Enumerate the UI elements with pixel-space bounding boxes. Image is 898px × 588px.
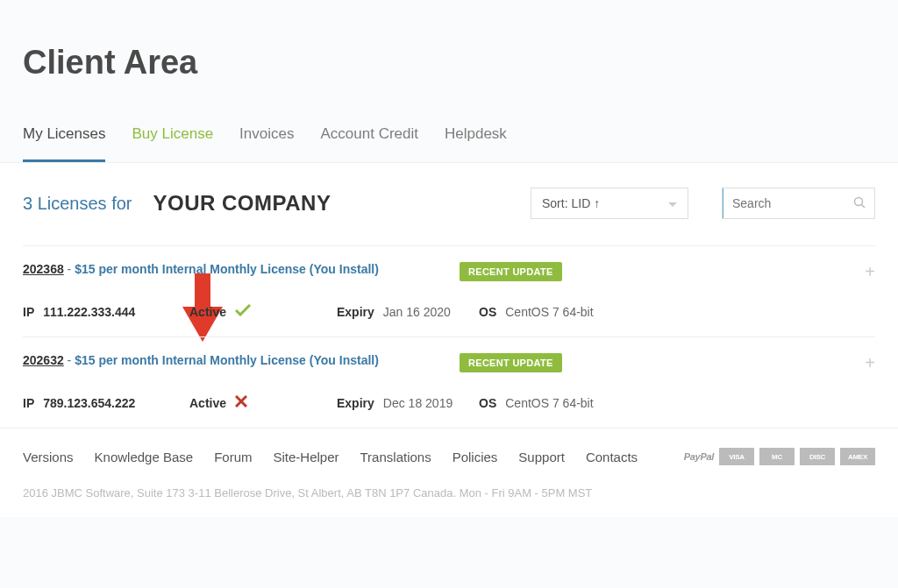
active-label: Active <box>189 396 226 410</box>
license-id-link[interactable]: 202368 <box>23 262 64 276</box>
expiry-label: Expiry <box>337 305 374 319</box>
license-price: $15 <box>75 262 95 276</box>
license-details: IP 111.222.333.444 Active Expiry Jan 16 … <box>23 304 875 319</box>
main-content: 3 Licenses for YOUR COMPANY Sort: LID ↑ … <box>0 162 898 517</box>
status-badge: RECENT UPDATE <box>460 262 562 281</box>
paypal-icon: PayPal <box>684 448 714 465</box>
license-list: 202368 - $15 per month Internal Monthly … <box>0 245 898 428</box>
x-icon <box>235 395 247 410</box>
footer-link-policies[interactable]: Policies <box>453 450 498 464</box>
license-details: IP 789.123.654.222 Active Expiry Dec 18 … <box>23 395 875 410</box>
ip-value: 111.222.333.444 <box>43 305 135 319</box>
tab-helpdesk[interactable]: Helpdesk <box>445 125 507 162</box>
ip-value: 789.123.654.222 <box>43 396 135 410</box>
footer-link-site-helper[interactable]: Site-Helper <box>273 450 339 464</box>
ip-label: IP <box>23 305 34 319</box>
license-header: 202632 - $15 per month Internal Monthly … <box>23 353 875 372</box>
license-title: 202368 - $15 per month Internal Monthly … <box>23 262 453 276</box>
footer-link-contacts[interactable]: Contacts <box>586 450 638 464</box>
discover-icon: DISC <box>800 448 835 465</box>
license-price: $15 <box>75 353 95 367</box>
sort-label: Sort: LID ↑ <box>542 196 600 210</box>
os-label: OS <box>479 305 496 319</box>
tab-my-licenses[interactable]: My Licenses <box>23 125 105 162</box>
copyright: 2016 JBMC Software, Suite 173 3-11 Belle… <box>0 474 898 517</box>
footer-link-kb[interactable]: Knowledge Base <box>95 450 194 464</box>
visa-icon: VISA <box>719 448 754 465</box>
page-header: Client Area My Licenses Buy License Invo… <box>0 0 898 162</box>
license-id-link[interactable]: 202632 <box>23 353 64 367</box>
expiry-label: Expiry <box>337 396 374 410</box>
svg-line-1 <box>862 204 866 208</box>
tabs: My Licenses Buy License Invoices Account… <box>23 125 898 162</box>
footer-link-support[interactable]: Support <box>518 450 565 464</box>
mastercard-icon: MC <box>759 448 795 465</box>
page-title: Client Area <box>23 44 898 81</box>
tab-account-credit[interactable]: Account Credit <box>320 125 418 162</box>
footer-link-translations[interactable]: Translations <box>360 450 431 464</box>
license-row: 202632 - $15 per month Internal Monthly … <box>23 337 875 428</box>
payment-icons: PayPal VISA MC DISC AMEX <box>684 448 875 465</box>
sort-select[interactable]: Sort: LID ↑ <box>531 188 688 219</box>
status-badge: RECENT UPDATE <box>460 353 562 372</box>
license-title: 202632 - $15 per month Internal Monthly … <box>23 353 453 367</box>
os-value: CentOS 7 64-bit <box>505 396 593 410</box>
os-label: OS <box>479 396 496 410</box>
ip-label: IP <box>23 396 34 410</box>
search-icon <box>853 196 866 211</box>
search-wrap[interactable] <box>722 188 875 219</box>
search-input[interactable] <box>723 188 853 218</box>
license-row: 202368 - $15 per month Internal Monthly … <box>23 245 875 337</box>
expiry-value: Dec 18 2019 <box>383 396 453 410</box>
footer-link-versions[interactable]: Versions <box>23 450 74 464</box>
svg-point-0 <box>855 197 863 205</box>
active-label: Active <box>189 305 226 319</box>
toolbar: 3 Licenses for YOUR COMPANY Sort: LID ↑ <box>0 163 898 245</box>
expand-icon[interactable]: + <box>865 262 875 282</box>
license-header: 202368 - $15 per month Internal Monthly … <box>23 262 875 281</box>
amex-icon: AMEX <box>840 448 875 465</box>
os-value: CentOS 7 64-bit <box>505 305 593 319</box>
company-name: YOUR COMPANY <box>153 191 331 216</box>
license-list-wrap: 202368 - $15 per month Internal Monthly … <box>0 245 898 428</box>
footer: Versions Knowledge Base Forum Site-Helpe… <box>0 428 898 474</box>
tab-buy-license[interactable]: Buy License <box>132 125 213 162</box>
expand-icon[interactable]: + <box>865 353 875 373</box>
expiry-value: Jan 16 2020 <box>383 305 451 319</box>
license-count-text: 3 Licenses for <box>23 194 132 214</box>
footer-link-forum[interactable]: Forum <box>214 450 252 464</box>
check-icon <box>235 304 251 319</box>
tab-invoices[interactable]: Invoices <box>239 125 294 162</box>
